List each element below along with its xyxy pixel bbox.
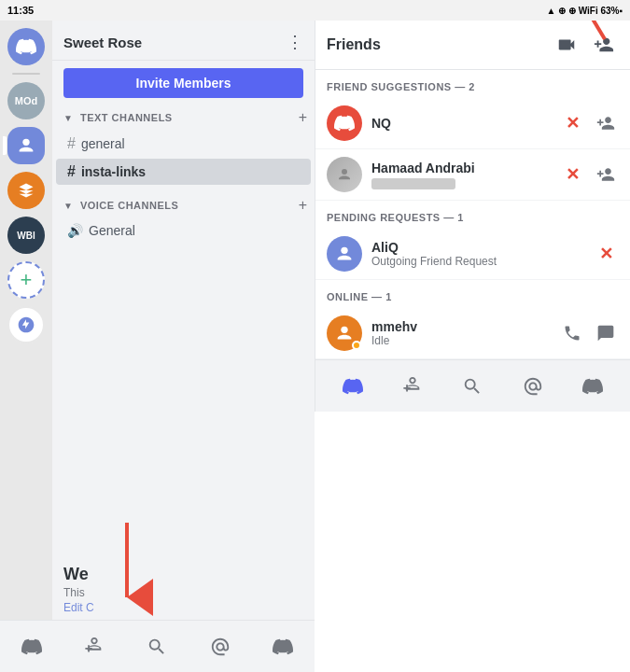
chat-welcome: We This Edit C xyxy=(52,553,315,625)
friend-item-mmehv: mmehv Idle xyxy=(315,308,630,359)
server-icon-wbi[interactable]: WBI xyxy=(7,217,45,254)
avatar-aliq xyxy=(327,236,362,272)
right-nav-discord[interactable] xyxy=(331,372,374,400)
friend-status-mmehv: Idle xyxy=(371,334,550,347)
video-call-button[interactable] xyxy=(552,30,581,60)
welcome-subtitle: This xyxy=(63,586,303,599)
add-friend-button[interactable] xyxy=(589,30,619,60)
more-button[interactable]: ⋮ xyxy=(287,32,303,52)
voice-channels-add-button[interactable]: + xyxy=(299,197,307,214)
text-channel-hash-instalinks: # xyxy=(67,163,76,180)
left-nav-discord[interactable] xyxy=(10,633,53,661)
voice-channel-name-general: General xyxy=(89,223,135,238)
dismiss-hamaad-button[interactable]: ✕ xyxy=(559,161,585,188)
friend-suggestions-header: FRIEND SUGGESTIONS — 2 xyxy=(315,70,630,98)
voice-channels-category[interactable]: ▼ VOICE CHANNELS + xyxy=(52,193,315,217)
time: 11:35 xyxy=(7,5,34,16)
welcome-title: We xyxy=(63,565,303,584)
signal-icons: ▲ ⊕ ⊕ WiFi 63%▪ xyxy=(546,6,623,16)
friend-item-hamaad: Hamaad Andrabi ✕ xyxy=(315,149,630,201)
left-panel: MOd WBI + xyxy=(0,21,315,672)
right-panel: Friends xyxy=(315,21,630,672)
friend-name-mmehv: mmehv xyxy=(371,319,550,334)
text-channels-chevron: ▼ xyxy=(63,113,73,123)
dismiss-aliq-button[interactable]: ✕ xyxy=(593,241,619,267)
status-bar-left: 11:35 xyxy=(7,5,34,16)
server-icon-add[interactable]: + xyxy=(7,261,45,299)
friend-name-hamaad: Hamaad Andrabi xyxy=(371,161,550,175)
status-bar-right: ▲ ⊕ ⊕ WiFi 63%▪ xyxy=(546,6,623,16)
main-content: MOd WBI + xyxy=(0,21,630,672)
friend-info-mmehv: mmehv Idle xyxy=(371,319,550,347)
text-channel-hash-general: # xyxy=(67,135,76,152)
right-panel-inner: Friends xyxy=(315,21,630,412)
left-nav-search[interactable] xyxy=(135,633,178,661)
pending-requests-header: PENDING REQUESTS — 1 xyxy=(315,201,630,229)
friends-title: Friends xyxy=(327,36,381,53)
dismiss-nq-button[interactable]: ✕ xyxy=(559,110,585,136)
svg-point-6 xyxy=(341,247,347,254)
left-bottom-nav xyxy=(0,620,315,672)
friend-name-nq: NQ xyxy=(371,116,550,131)
right-nav-friends[interactable] xyxy=(391,372,434,400)
server-icon-discover[interactable] xyxy=(7,306,45,343)
hamaad-privacy-bar xyxy=(371,178,455,189)
voice-channels-chevron: ▼ xyxy=(63,201,73,211)
add-friend-nq-button[interactable] xyxy=(593,110,619,136)
friend-status-aliq: Outgoing Friend Request xyxy=(371,255,583,268)
add-friend-hamaad-button[interactable] xyxy=(593,161,619,188)
channel-list-header: Sweet Rose ⋮ xyxy=(52,21,315,61)
add-icon-symbol: + xyxy=(21,268,33,292)
server-name: Sweet Rose xyxy=(63,35,142,50)
text-channels-add-button[interactable]: + xyxy=(299,109,307,126)
right-bottom-nav xyxy=(315,359,630,412)
friend-item-nq: NQ ✕ xyxy=(315,98,630,149)
avatar-mmehv xyxy=(327,315,362,351)
voice-channels-label: VOICE CHANNELS xyxy=(80,200,178,211)
right-nav-server[interactable] xyxy=(571,372,614,400)
server-icon-sr[interactable] xyxy=(7,127,45,164)
chat-area: We This Edit C xyxy=(52,244,315,672)
avatar-nq xyxy=(327,105,362,141)
friend-actions-aliq: ✕ xyxy=(593,241,619,267)
friend-info-aliq: AliQ Outgoing Friend Request xyxy=(371,240,583,268)
right-nav-mention[interactable] xyxy=(511,372,554,400)
channel-general[interactable]: # general xyxy=(56,131,311,157)
server-sidebar: MOd WBI + xyxy=(0,21,52,672)
avatar-hamaad xyxy=(327,157,362,192)
call-mmehv-button[interactable] xyxy=(559,320,585,346)
mod-label: MOd xyxy=(15,95,37,106)
left-nav-mention[interactable] xyxy=(199,633,242,661)
text-channels-category[interactable]: ▼ TEXT CHANNELS + xyxy=(52,105,315,130)
wbi-label: WBI xyxy=(17,231,35,241)
right-nav-search[interactable] xyxy=(451,372,494,400)
invite-members-button[interactable]: Invite Members xyxy=(63,68,303,98)
edit-channel-link[interactable]: Edit C xyxy=(63,601,303,614)
friend-info-nq: NQ xyxy=(371,116,550,131)
svg-point-0 xyxy=(22,139,29,146)
friend-actions-mmehv xyxy=(559,320,619,346)
friend-actions-nq: ✕ xyxy=(559,110,619,136)
friends-content: FRIEND SUGGESTIONS — 2 NQ ✕ xyxy=(315,70,630,359)
friends-header: Friends xyxy=(315,21,630,70)
text-channels-label: TEXT CHANNELS xyxy=(80,112,173,123)
sidebar-divider xyxy=(12,73,40,75)
friend-info-hamaad: Hamaad Andrabi xyxy=(371,161,550,189)
left-nav-friends[interactable] xyxy=(73,633,116,661)
status-bar: 11:35 ▲ ⊕ ⊕ WiFi 63%▪ xyxy=(0,0,630,21)
idle-indicator xyxy=(352,341,361,350)
channel-name-instalinks: insta-links xyxy=(81,164,146,179)
left-nav-server[interactable] xyxy=(261,633,304,661)
friend-name-aliq: AliQ xyxy=(371,240,583,255)
channel-list: Sweet Rose ⋮ Invite Members ▼ TEXT CHANN… xyxy=(52,21,315,672)
svg-point-5 xyxy=(342,169,347,175)
server-icon-discord-home[interactable] xyxy=(7,28,45,65)
message-mmehv-button[interactable] xyxy=(593,320,619,346)
online-header: ONLINE — 1 xyxy=(315,280,630,308)
friend-actions-hamaad: ✕ xyxy=(559,161,619,188)
server-icon-mod[interactable]: MOd xyxy=(7,82,45,119)
channel-insta-links[interactable]: # insta-links xyxy=(56,159,311,185)
friends-header-actions xyxy=(552,30,619,60)
server-icon-orange[interactable] xyxy=(7,172,45,209)
voice-channel-general[interactable]: 🔊 General xyxy=(56,218,311,243)
